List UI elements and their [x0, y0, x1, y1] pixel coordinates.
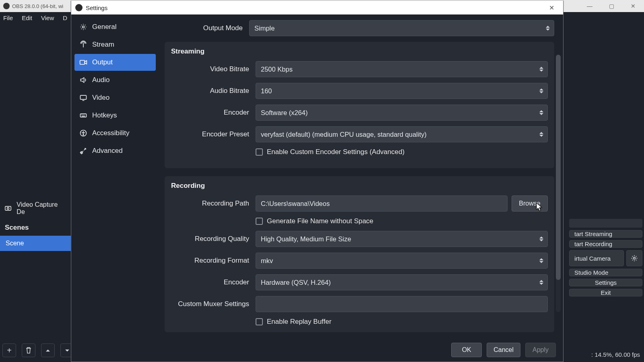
replay-buffer-checkbox[interactable]	[256, 318, 263, 325]
svg-rect-5	[80, 60, 85, 64]
apply-button[interactable]: Apply	[525, 343, 556, 357]
recording-title: Recording	[171, 182, 548, 190]
streaming-title: Streaming	[171, 47, 548, 56]
source-item[interactable]: Video Capture De	[0, 197, 71, 220]
output-mode-row: Output Mode Simple	[165, 20, 554, 36]
sidebar-item-stream[interactable]: Stream	[74, 36, 156, 53]
sidebar-item-hotkeys[interactable]: Hotkeys	[74, 107, 156, 124]
settings-sidebar: General Stream Output Audio Video Hotkey…	[71, 14, 159, 362]
sidebar-item-label: Hotkeys	[92, 111, 117, 119]
audio-bitrate-select[interactable]: 160	[256, 83, 548, 99]
recording-encoder-value: Hardware (QSV, H.264)	[261, 279, 331, 286]
dialog-close-button[interactable]: ✕	[542, 1, 561, 14]
tools-icon	[79, 147, 87, 155]
menu-more[interactable]: D	[63, 14, 67, 21]
output-icon	[79, 58, 87, 66]
generate-filename-label: Generate File Name without Space	[267, 217, 374, 225]
sidebar-item-general[interactable]: General	[74, 19, 156, 35]
remove-source-button[interactable]	[22, 343, 35, 357]
replay-buffer-label: Enable Replay Buffer	[267, 318, 331, 326]
dialog-title: Settings	[86, 4, 107, 11]
menu-edit[interactable]: Edit	[22, 14, 32, 21]
studio-mode-button[interactable]: Studio Mode	[569, 269, 642, 276]
source-item-label: Video Capture De	[17, 201, 66, 216]
recording-path-value: C:\Users\swana\Videos	[261, 200, 330, 208]
cancel-button[interactable]: Cancel	[487, 343, 520, 357]
streaming-encoder-value: Software (x264)	[261, 109, 308, 117]
streaming-group: Streaming Video Bitrate 2500 Kbps Audio …	[165, 42, 554, 168]
chevron-updown-icon	[537, 128, 546, 140]
recording-path-input[interactable]: C:\Users\swana\Videos	[256, 195, 508, 212]
dialog-titlebar: Settings ✕	[71, 1, 563, 14]
encoder-label: Encoder	[171, 109, 256, 117]
move-up-button[interactable]	[41, 343, 55, 357]
sidebar-item-output[interactable]: Output	[74, 54, 156, 71]
recording-format-label: Recording Format	[171, 257, 256, 265]
window-maximize-button[interactable]: ▢	[601, 0, 622, 12]
chevron-updown-icon	[537, 276, 546, 288]
browse-button[interactable]: Browse	[512, 195, 548, 212]
video-bitrate-label: Video Bitrate	[171, 65, 256, 73]
settings-content: Output Mode Simple Streaming Video Bitra…	[159, 14, 563, 362]
muxer-input[interactable]	[256, 296, 548, 312]
scene-item[interactable]: Scene	[0, 236, 71, 251]
svg-point-9	[83, 131, 84, 132]
antenna-icon	[79, 41, 87, 49]
gear-icon	[79, 23, 87, 31]
settings-button[interactable]: Settings	[569, 279, 642, 286]
ok-button[interactable]: OK	[451, 343, 482, 357]
svg-point-1	[7, 208, 9, 210]
chevron-updown-icon	[537, 233, 546, 245]
sidebar-item-accessibility[interactable]: Accessibility	[74, 125, 156, 142]
recording-quality-label: Recording Quality	[171, 235, 256, 243]
sources-panel: Video Capture De Scenes Scene	[0, 197, 71, 251]
start-streaming-button[interactable]: tart Streaming	[569, 230, 642, 238]
encoder-preset-label: Encoder Preset	[171, 130, 256, 138]
sidebar-item-label: General	[92, 23, 116, 31]
streaming-encoder-select[interactable]: Software (x264)	[256, 105, 548, 121]
exit-button[interactable]: Exit	[569, 289, 642, 296]
scrollbar-thumb[interactable]	[556, 55, 561, 280]
sidebar-item-label: Stream	[92, 41, 114, 49]
keyboard-icon	[79, 111, 87, 119]
speaker-icon	[79, 76, 87, 84]
chevron-updown-icon	[537, 255, 546, 267]
recording-encoder-select[interactable]: Hardware (QSV, H.264)	[256, 274, 548, 290]
recording-format-select[interactable]: mkv	[256, 253, 548, 269]
virtual-camera-settings-button[interactable]	[626, 250, 642, 266]
settings-dialog: Settings ✕ General Stream Output Audio	[71, 1, 564, 362]
menu-file[interactable]: File	[3, 14, 13, 21]
sidebar-item-label: Audio	[92, 76, 109, 84]
custom-encoder-label: Enable Custom Encoder Settings (Advanced…	[267, 148, 405, 156]
start-recording-button[interactable]: tart Recording	[569, 240, 642, 248]
recording-quality-value: High Quality, Medium File Size	[261, 235, 351, 243]
window-minimize-button[interactable]: —	[579, 0, 601, 12]
chevron-updown-icon	[543, 22, 552, 34]
source-tools: +	[2, 343, 74, 357]
generate-filename-checkbox[interactable]	[256, 218, 263, 225]
sidebar-item-label: Advanced	[92, 147, 123, 155]
stepper-icon[interactable]	[537, 63, 546, 75]
svg-point-2	[634, 257, 636, 259]
add-source-button[interactable]: +	[2, 343, 16, 357]
chevron-updown-icon	[537, 107, 546, 119]
window-close-button[interactable]: ✕	[622, 0, 644, 12]
menu-view[interactable]: View	[41, 14, 54, 21]
sidebar-item-advanced[interactable]: Advanced	[74, 142, 156, 159]
sidebar-item-audio[interactable]: Audio	[74, 72, 156, 88]
custom-encoder-checkbox[interactable]	[256, 148, 263, 156]
svg-rect-6	[80, 95, 87, 99]
encoder-preset-select[interactable]: veryfast (default) (medium CPU usage, st…	[256, 126, 548, 142]
video-bitrate-input[interactable]: 2500 Kbps	[256, 61, 548, 77]
encoder-preset-value: veryfast (default) (medium CPU usage, st…	[261, 131, 427, 138]
camera-icon	[5, 205, 12, 212]
recording-quality-select[interactable]: High Quality, Medium File Size	[256, 231, 548, 247]
virtual-camera-button[interactable]: irtual Camera	[569, 250, 624, 266]
output-mode-value: Simple	[254, 25, 275, 32]
audio-bitrate-value: 160	[261, 87, 272, 95]
output-mode-select[interactable]: Simple	[249, 20, 554, 36]
chevron-updown-icon	[537, 85, 546, 97]
obs-logo-icon	[3, 3, 10, 9]
sidebar-item-label: Accessibility	[92, 129, 130, 137]
sidebar-item-video[interactable]: Video	[74, 89, 156, 106]
